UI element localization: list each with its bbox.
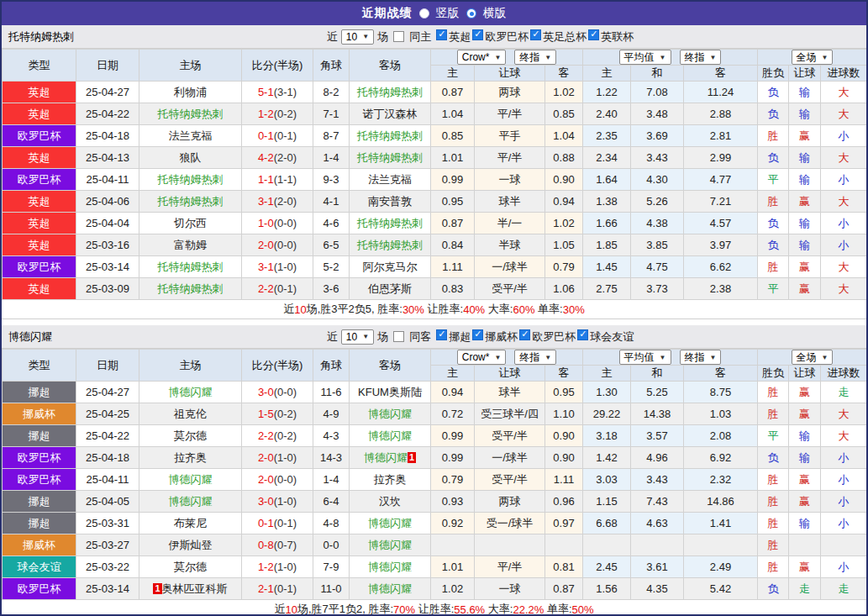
home-odds: 0.83 (431, 278, 475, 300)
final-odds-select-2[interactable]: 终指▼ (680, 350, 722, 365)
league-filter-checkbox[interactable] (588, 29, 599, 40)
final-odds-select[interactable]: 终指▼ (514, 350, 556, 365)
col-result: 胜负 (758, 366, 789, 382)
chevron-down-icon: ▼ (660, 54, 666, 61)
team-name: KFUM奥斯陆 (358, 386, 422, 398)
league-filter-checkbox[interactable] (472, 29, 483, 40)
avg-home-odds: 2.75 (583, 278, 631, 300)
avg-draw-odds: 14.38 (631, 403, 684, 425)
league-filter-label: 球会友谊 (590, 330, 634, 343)
team-cell: 博德闪耀 (139, 469, 242, 491)
team-cell: 托特纳姆热刺 (350, 147, 431, 169)
avg-home-odds: 1.38 (583, 191, 631, 213)
match-row: 挪超25-03-31布莱尼0-1(0-1)4-8博德闪耀0.92受一/球半0.9… (3, 513, 867, 534)
away-odds: 1.10 (545, 403, 583, 425)
horizontal-layout-radio[interactable] (466, 8, 476, 18)
league-filter-checkbox[interactable] (436, 329, 447, 340)
league-filter-checkbox[interactable] (472, 329, 483, 340)
league-filter-checkbox[interactable] (436, 29, 447, 40)
final-odds-select-2[interactable]: 终指▼ (680, 50, 722, 65)
match-score: 2-1(0-1) (242, 578, 313, 600)
team-name: 博德闪耀 (368, 408, 412, 420)
games-label: 场 (377, 329, 388, 345)
halftime-score: (0-0) (274, 473, 297, 486)
league-filter-checkbox[interactable] (577, 329, 588, 340)
recent-results-panel: 近期战绩 竖版 横版 托特纳姆热刺 近 10▼ 场 同主 英超欧罗巴杯英足总杯英… (0, 0, 868, 616)
league-badge: 挪超 (3, 513, 76, 534)
result-handicap: 输 (789, 82, 821, 103)
average-odds-select[interactable]: 平均值▼ (619, 50, 671, 65)
summary-segment: 单率: (534, 302, 562, 317)
average-odds-select[interactable]: 平均值▼ (619, 350, 671, 365)
final-odds-select[interactable]: 终指▼ (514, 50, 556, 65)
summary-segment: 场,胜3平2负5, 胜率: (307, 302, 402, 317)
team-name: 莫尔德 (174, 429, 207, 442)
bookmaker-select[interactable]: Crow*▼ (457, 50, 507, 65)
team-cell: 伯恩茅斯 (350, 278, 431, 300)
fulltime-score: 2-0 (258, 473, 274, 486)
team-cell: 托特纳姆热刺 (350, 125, 431, 147)
team-name: 拉齐奥 (374, 473, 407, 486)
handicap-line: 受平/半 (475, 469, 545, 491)
summary-segment: 40% (463, 303, 485, 316)
league-filter-checkbox[interactable] (519, 329, 530, 340)
match-score: 5-1(3-1) (242, 82, 313, 103)
vertical-layout-label[interactable]: 竖版 (436, 6, 460, 21)
result-handicap: 输 (789, 425, 821, 447)
handicap-line: 一/球半 (475, 447, 545, 469)
horizontal-layout-label[interactable]: 横版 (483, 6, 507, 21)
away-odds: 1.02 (545, 213, 583, 234)
col-corner: 角球 (313, 50, 350, 82)
team-name: 托特纳姆热刺 (357, 239, 423, 251)
team-name: 托特纳姆热刺 (357, 217, 423, 229)
results-table: 类型 日期 主场 比分(半场) 角球 客场 Crow*▼ 终指▼ 平均值 (2, 49, 867, 300)
same-venue-checkbox[interactable] (393, 31, 404, 42)
match-count-select[interactable]: 10▼ (341, 29, 374, 45)
col-away-odds: 客 (545, 66, 583, 82)
results-table: 类型 日期 主场 比分(半场) 角球 客场 Crow*▼ 终指▼ 平均值 (2, 349, 867, 600)
scope-select[interactable]: 全场▼ (792, 350, 834, 365)
league-filter-checkbox[interactable] (530, 29, 541, 40)
corner-score: 4-8 (313, 513, 350, 534)
chevron-down-icon: ▼ (362, 333, 369, 340)
bookmaker-select[interactable]: Crow*▼ (457, 350, 507, 365)
team-name: 托特纳姆热刺 (158, 173, 224, 186)
avg-away-odds: 7.21 (684, 191, 758, 213)
match-score: 0-1(0-1) (242, 513, 313, 534)
corner-score: 1-4 (313, 147, 350, 169)
result-goals: 大 (821, 147, 867, 169)
team-name: 博德闪耀 (368, 429, 412, 442)
match-score: 2-2(0-1) (242, 278, 313, 300)
corner-score: 6-4 (313, 491, 350, 513)
home-odds: 0.99 (431, 447, 475, 469)
avg-draw-odds: 3.85 (631, 234, 684, 256)
home-odds: 0.84 (431, 234, 475, 256)
team-name: 法兰克福 (169, 129, 213, 142)
result-wdl: 负 (758, 103, 789, 125)
col-corner: 角球 (313, 350, 350, 382)
corner-score: 4-6 (313, 213, 350, 234)
halftime-score: (0-2) (274, 408, 297, 420)
section-team-name: 博德闪耀 (8, 325, 52, 349)
corner-score: 11-0 (313, 578, 350, 600)
col-score: 比分(半场) (242, 350, 313, 382)
match-count-select[interactable]: 10▼ (341, 329, 374, 345)
avg-draw-odds (631, 534, 684, 556)
result-wdl: 胜 (758, 256, 789, 278)
vertical-layout-radio[interactable] (419, 8, 429, 18)
avg-home-odds: 3.18 (583, 425, 631, 447)
team-name: 法兰克福 (368, 173, 412, 186)
result-goals: 小 (821, 513, 867, 534)
avg-draw-odds: 4.38 (631, 213, 684, 234)
match-score: 0-8(0-7) (242, 534, 313, 556)
same-venue-checkbox[interactable] (393, 331, 404, 342)
col-home: 主场 (139, 50, 242, 82)
team-cell: 阿尔克马尔 (350, 256, 431, 278)
team-name: 托特纳姆热刺 (158, 108, 224, 120)
avg-away-odds: 1.03 (684, 403, 758, 425)
scope-select[interactable]: 全场▼ (792, 50, 834, 65)
match-date: 25-03-31 (76, 513, 139, 534)
avg-draw-odds: 3.57 (631, 425, 684, 447)
team-cell: 托特纳姆热刺 (139, 278, 242, 300)
section-divider (2, 319, 866, 325)
